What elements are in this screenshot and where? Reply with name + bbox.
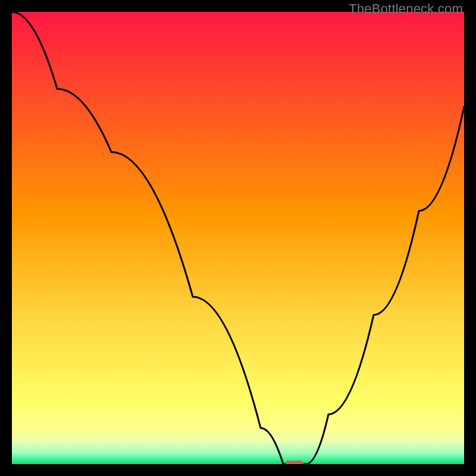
chart-container	[12, 12, 464, 464]
gradient-background	[12, 12, 464, 464]
optimal-marker	[286, 461, 303, 464]
watermark-text: TheBottleneck.com	[349, 1, 463, 17]
bottleneck-chart	[12, 12, 464, 464]
